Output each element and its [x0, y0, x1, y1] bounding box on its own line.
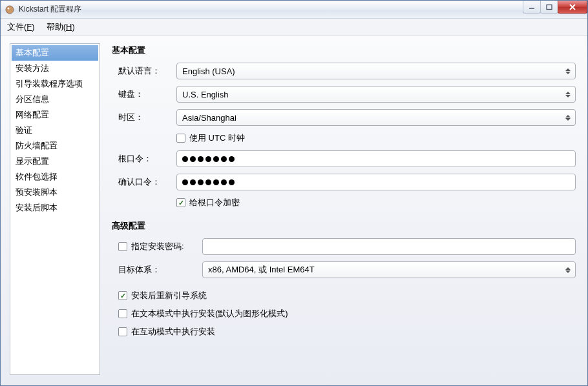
spinner-icon [563, 263, 573, 276]
window-title: Kickstart 配置程序 [19, 4, 81, 15]
check-encrypt-row[interactable]: 给根口令加密 [176, 197, 576, 208]
svg-rect-2 [547, 5, 552, 9]
app-icon [5, 5, 15, 15]
check-utc-row[interactable]: 使用 UTC 时钟 [176, 132, 576, 144]
check-reboot-box[interactable] [118, 291, 127, 300]
check-interactive-box[interactable] [118, 327, 127, 336]
check-install-pwd-box[interactable] [118, 242, 127, 251]
sidebar-item-10[interactable]: 安装后脚本 [12, 200, 98, 216]
maximize-button[interactable] [540, 1, 558, 14]
check-reboot-label: 安装后重新引导系统 [131, 290, 207, 301]
check-interactive-row[interactable]: 在互动模式中执行安装 [118, 326, 576, 338]
sidebar-item-1[interactable]: 安装方法 [12, 61, 98, 76]
sidebar-item-6[interactable]: 防火墙配置 [12, 138, 98, 154]
spinner-icon [563, 88, 573, 101]
input-root-password[interactable] [176, 150, 576, 167]
select-keyboard[interactable]: U.S. English [176, 86, 576, 103]
check-interactive-label: 在互动模式中执行安装 [131, 326, 215, 338]
section-adv-title: 高级配置 [112, 220, 576, 232]
app-window: Kickstart 配置程序 文件(F) 帮助(H) 基本配置安装方法引导装载程… [0, 0, 588, 386]
label-confirm: 确认口令： [118, 176, 170, 188]
maximize-icon [546, 4, 552, 10]
advanced-check-list: 安装后重新引导系统 在文本模式中执行安装(默认为图形化模式) 在互动模式中执行安… [118, 290, 576, 338]
svg-point-0 [6, 6, 14, 14]
spinner-icon [563, 65, 573, 77]
check-textmode-row[interactable]: 在文本模式中执行安装(默认为图形化模式) [118, 308, 576, 320]
check-install-pwd-row[interactable]: 指定安装密码: [118, 241, 196, 252]
label-target-arch: 目标体系： [118, 264, 196, 276]
sidebar-item-9[interactable]: 预安装脚本 [12, 185, 98, 200]
main-panel: 基本配置 默认语言： English (USA) 键盘： U.S. Englis… [109, 43, 578, 375]
select-lang[interactable]: English (USA) [176, 63, 576, 79]
menu-help[interactable]: 帮助(H) [47, 21, 75, 33]
check-utc-label: 使用 UTC 时钟 [189, 132, 245, 144]
titlebar: Kickstart 配置程序 [1, 1, 587, 19]
select-timezone[interactable]: Asia/Shanghai [176, 109, 576, 126]
check-install-pwd-label: 指定安装密码: [131, 241, 184, 252]
body-area: 基本配置安装方法引导装载程序选项分区信息网络配置验证防火墙配置显示配置软件包选择… [1, 36, 587, 385]
spinner-icon [563, 111, 573, 124]
select-target-arch-value: x86, AMD64, 或 Intel EM64T [208, 264, 315, 276]
select-lang-value: English (USA) [182, 66, 235, 76]
label-kbd: 键盘： [118, 88, 170, 100]
check-encrypt-box[interactable] [176, 198, 185, 207]
label-timezone: 时区： [118, 112, 170, 123]
label-rootpw: 根口令： [118, 153, 170, 165]
menu-file-label-b: ) [32, 22, 34, 32]
check-textmode-box[interactable] [118, 309, 127, 318]
minimize-icon [529, 4, 535, 10]
label-lang: 默认语言： [118, 65, 170, 77]
sidebar-item-2[interactable]: 引导装载程序选项 [12, 76, 98, 92]
select-kbd-value: U.S. English [182, 90, 229, 99]
menu-help-label-b: ) [72, 22, 74, 32]
select-tz-value: Asia/Shanghai [182, 113, 236, 123]
menu-file-label-a: 文件( [7, 22, 26, 32]
menu-help-accel: H [66, 22, 72, 32]
sidebar-item-7[interactable]: 显示配置 [12, 154, 98, 169]
check-textmode-label: 在文本模式中执行安装(默认为图形化模式) [131, 308, 288, 320]
check-reboot-row[interactable]: 安装后重新引导系统 [118, 290, 576, 301]
sidebar-item-0[interactable]: 基本配置 [12, 45, 98, 61]
basic-form: 默认语言： English (USA) 键盘： U.S. English 时区：… [118, 63, 576, 208]
sidebar-item-8[interactable]: 软件包选择 [12, 169, 98, 185]
input-confirm-password[interactable] [176, 174, 576, 190]
password-mask [182, 156, 235, 162]
check-encrypt-label: 给根口令加密 [189, 197, 240, 208]
svg-point-1 [8, 7, 10, 9]
window-controls [523, 1, 587, 14]
minimize-button[interactable] [523, 1, 541, 14]
sidebar-item-3[interactable]: 分区信息 [12, 92, 98, 107]
close-icon [569, 4, 576, 10]
advanced-form: 指定安装密码: 目标体系： x86, AMD64, 或 Intel EM64T [118, 238, 576, 278]
sidebar-item-4[interactable]: 网络配置 [12, 107, 98, 123]
password-mask [182, 179, 235, 185]
check-utc-box[interactable] [176, 134, 185, 143]
menu-help-label-a: 帮助( [47, 22, 66, 32]
menubar: 文件(F) 帮助(H) [1, 19, 587, 36]
sidebar-item-5[interactable]: 验证 [12, 123, 98, 138]
select-target-arch[interactable]: x86, AMD64, 或 Intel EM64T [202, 261, 576, 278]
section-basic-title: 基本配置 [112, 45, 576, 56]
close-button[interactable] [558, 1, 587, 14]
input-install-password[interactable] [202, 238, 576, 255]
menu-file[interactable]: 文件(F) [7, 21, 35, 33]
sidebar: 基本配置安装方法引导装载程序选项分区信息网络配置验证防火墙配置显示配置软件包选择… [10, 43, 100, 375]
